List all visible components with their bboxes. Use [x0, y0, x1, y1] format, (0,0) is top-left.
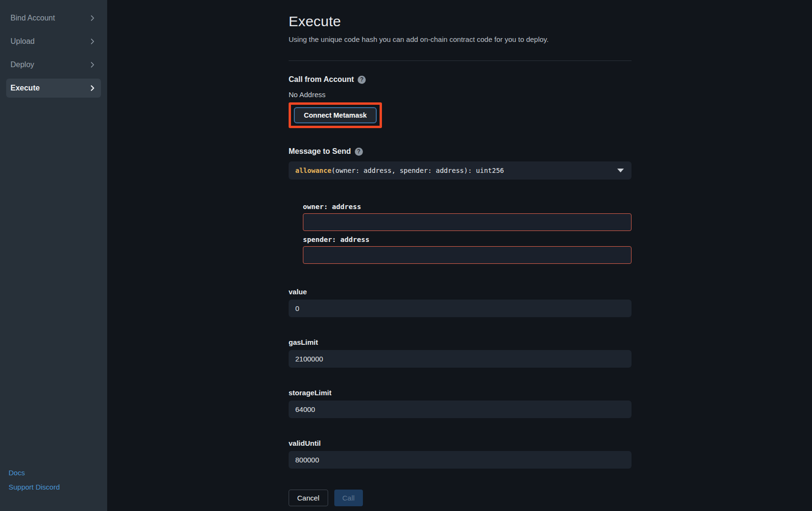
field-group-storagelimit: storageLimit: [289, 389, 632, 418]
function-params: owner: address spender: address: [303, 203, 632, 264]
help-icon[interactable]: ?: [355, 148, 363, 156]
function-signature: allowance(owner: address, spender: addre…: [295, 167, 504, 174]
header-divider: [289, 60, 632, 61]
gaslimit-label: gasLimit: [289, 338, 632, 346]
owner-address-input[interactable]: [303, 213, 632, 231]
param-label-spender: spender: address: [303, 236, 632, 243]
sidebar: Bind Account Upload Deploy Execute: [0, 0, 107, 511]
value-label: value: [289, 288, 632, 296]
validuntil-input[interactable]: [289, 451, 632, 469]
sidebar-nav: Bind Account Upload Deploy Execute: [0, 0, 107, 102]
call-from-account-label: Call from Account ?: [289, 75, 632, 84]
storagelimit-input[interactable]: [289, 401, 632, 418]
sidebar-item-label: Upload: [10, 37, 35, 46]
function-select[interactable]: allowance(owner: address, spender: addre…: [289, 161, 632, 180]
sidebar-item-label: Bind Account: [10, 14, 55, 22]
chevron-right-icon: [89, 38, 96, 45]
execute-form: Execute Using the unique code hash you c…: [289, 0, 632, 511]
gaslimit-input[interactable]: [289, 350, 632, 368]
sidebar-item-label: Deploy: [10, 60, 34, 69]
param-group-spender: spender: address: [303, 236, 632, 264]
sidebar-footer-links: Docs Support Discord: [0, 462, 107, 511]
spender-address-input[interactable]: [303, 246, 632, 264]
page-subtitle: Using the unique code hash you can add o…: [289, 35, 632, 43]
sidebar-item-execute[interactable]: Execute: [6, 79, 101, 98]
param-group-owner: owner: address: [303, 203, 632, 231]
cancel-button[interactable]: Cancel: [289, 490, 328, 506]
sidebar-item-deploy[interactable]: Deploy: [6, 55, 101, 74]
field-group-validuntil: validUntil: [289, 439, 632, 469]
sidebar-item-upload[interactable]: Upload: [6, 32, 101, 51]
message-to-send-section: Message to Send ? allowance(owner: addre…: [289, 147, 632, 264]
field-group-gaslimit: gasLimit: [289, 338, 632, 368]
sidebar-spacer: [0, 102, 107, 462]
chevron-down-icon: [617, 169, 624, 172]
storagelimit-label: storageLimit: [289, 389, 632, 397]
chevron-right-icon: [89, 85, 96, 91]
value-input[interactable]: [289, 300, 632, 317]
connect-metamask-button[interactable]: Connect Metamask: [294, 107, 377, 123]
sidebar-item-label: Execute: [10, 84, 40, 92]
call-from-account-section: Call from Account ? No Address Connect M…: [289, 75, 632, 128]
help-icon[interactable]: ?: [358, 76, 366, 84]
app-window: Bind Account Upload Deploy Execute: [0, 0, 812, 511]
main-panel: Execute Using the unique code hash you c…: [107, 0, 812, 511]
message-to-send-label: Message to Send ?: [289, 147, 632, 156]
function-name: allowance: [295, 167, 331, 174]
field-group-value: value: [289, 288, 632, 317]
param-label-owner: owner: address: [303, 203, 632, 210]
account-status-text: No Address: [289, 90, 632, 99]
click-highlight-box: Connect Metamask: [289, 102, 382, 128]
sidebar-item-bind-account[interactable]: Bind Account: [6, 9, 101, 28]
page-title: Execute: [289, 13, 632, 30]
chevron-right-icon: [89, 15, 96, 21]
support-discord-link[interactable]: Support Discord: [9, 483, 107, 491]
chevron-right-icon: [89, 61, 96, 68]
call-button[interactable]: Call: [334, 490, 363, 506]
form-actions: Cancel Call: [289, 490, 632, 511]
docs-link[interactable]: Docs: [9, 469, 107, 477]
validuntil-label: validUntil: [289, 439, 632, 447]
